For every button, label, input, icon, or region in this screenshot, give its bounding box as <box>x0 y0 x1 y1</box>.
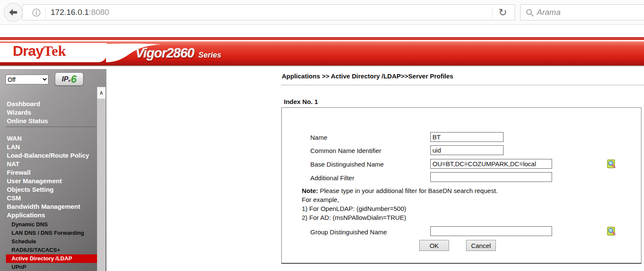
additional-filter-label: Additional Filter <box>310 174 354 182</box>
url-text[interactable]: 172.16.0.1:8080 <box>51 8 109 17</box>
sidebar-item-firewall[interactable]: Firewall <box>7 168 94 177</box>
sidebar-item-load-balance[interactable]: Load-Balance/Route Policy <box>7 151 94 160</box>
group-dn-browse-icon[interactable] <box>607 227 616 236</box>
browser-search-box[interactable] <box>520 4 644 20</box>
sidebar-item-objects-setting[interactable]: Objects Setting <box>7 185 94 194</box>
search-input[interactable] <box>537 6 639 19</box>
group-distinguished-name-label: Group Distinguished Name <box>310 228 387 236</box>
sidebar-item-nat[interactable]: NAT <box>7 160 94 168</box>
name-input[interactable] <box>430 132 504 142</box>
sidebar-item-upnp[interactable]: UPnP <box>6 263 97 271</box>
url-host: 172.16.0.1 <box>51 8 89 17</box>
ldap-profile-form: Name Common Name Identifier Base Disting… <box>281 107 641 264</box>
note-line2: For example, <box>302 195 498 204</box>
name-label: Name <box>310 134 327 141</box>
sidebar-item-wizards[interactable]: Wizards <box>7 108 94 117</box>
sidebar-item-applications[interactable]: Applications <box>7 211 94 219</box>
search-icon <box>526 9 534 17</box>
note-prefix: Note: <box>302 187 318 194</box>
model-series: Series <box>198 51 221 59</box>
note-block: Note: Please type in your additional fil… <box>302 186 498 222</box>
reload-icon[interactable]: ↻ <box>495 6 510 19</box>
sidebar-item-csm[interactable]: CSM <box>7 194 94 202</box>
base-distinguished-name-label: Base Distinguished Name <box>310 161 384 168</box>
sidebar-item-lan-dns[interactable]: LAN DNS / DNS Forwarding <box>6 229 97 237</box>
address-bar[interactable]: 172.16.0.1:8080 ↻ <box>22 4 515 20</box>
sidebar-scrollbar[interactable]: ∧ <box>97 87 106 271</box>
back-arrow-icon <box>8 7 18 17</box>
sidebar-item-active-directory-ldap[interactable]: Active Directory /LDAP <box>6 254 97 263</box>
breadcrumb: Applications >> Active Directory /LDAP>>… <box>282 72 453 80</box>
banner-underline <box>0 66 644 66</box>
browser-toolbar: 172.16.0.1:8080 ↻ <box>0 0 644 25</box>
banner-top-stripe <box>0 37 644 40</box>
mode-select[interactable]: Off <box>6 75 49 84</box>
sidebar-main-menu: WAN LAN Load-Balance/Route Policy NAT Fi… <box>7 134 94 219</box>
base-dn-browse-icon[interactable] <box>607 159 616 169</box>
sidebar-item-wan[interactable]: WAN <box>7 134 94 143</box>
ipv6-label-v: v <box>68 78 70 83</box>
reload-divider <box>492 7 492 18</box>
ipv6-label-ip: IP <box>62 75 68 83</box>
url-port: :8080 <box>89 8 109 17</box>
sidebar-item-bandwidth-management[interactable]: Bandwidth Management <box>7 202 94 211</box>
model-title: Vigor2860Series <box>135 46 221 61</box>
note-line3: 1) For OpenLDAP: (gidNumber=500) <box>302 204 498 213</box>
ipv6-button[interactable]: IPv6 <box>55 72 83 86</box>
group-distinguished-name-input[interactable] <box>430 226 552 236</box>
sidebar-item-radius-tacacs[interactable]: RADIUS/TACACS+ <box>6 246 97 254</box>
info-icon[interactable] <box>32 8 41 17</box>
sidebar-divider <box>6 127 95 127</box>
main-content: Applications >> Active Directory /LDAP>>… <box>106 69 644 271</box>
ok-button[interactable]: OK <box>419 240 449 251</box>
index-title: Index No. 1 <box>284 98 318 105</box>
model-name: Vigor2860 <box>135 46 194 61</box>
logo-tek: Tek <box>43 43 66 59</box>
cancel-button[interactable]: Cancel <box>466 240 496 251</box>
brand-banner: DrayTek Vigor2860Series <box>0 41 644 66</box>
base-distinguished-name-input[interactable] <box>430 159 552 169</box>
common-name-identifier-label: Common Name Identifier <box>310 147 381 154</box>
sidebar-item-user-management[interactable]: User Management <box>7 177 94 185</box>
draytek-logo[interactable]: DrayTek <box>13 43 66 59</box>
sidebar: Off IPv6 Dashboard Wizards Online Status… <box>0 69 106 271</box>
applications-submenu: Dynamic DNS LAN DNS / DNS Forwarding Sch… <box>6 220 97 271</box>
breadcrumb-rule <box>281 85 644 85</box>
note-line4: 2) For AD: (msNPAllowDialin=TRUE) <box>302 213 498 222</box>
back-button[interactable] <box>4 3 23 22</box>
sidebar-item-lan[interactable]: LAN <box>7 143 94 151</box>
note-line1: Please type in your additional filter fo… <box>318 187 498 194</box>
sidebar-item-online-status[interactable]: Online Status <box>7 117 94 125</box>
scrollbar-up-icon[interactable]: ∧ <box>97 87 106 99</box>
logo-dray: Dray <box>13 43 43 59</box>
sidebar-top-menu: Dashboard Wizards Online Status <box>7 100 94 125</box>
additional-filter-input[interactable] <box>430 172 552 182</box>
sidebar-item-dashboard[interactable]: Dashboard <box>7 100 94 108</box>
ipv6-label-6: 6 <box>71 73 76 85</box>
sidebar-item-schedule[interactable]: Schedule <box>6 237 97 246</box>
address-bar-divider <box>46 7 46 18</box>
sidebar-item-dynamic-dns[interactable]: Dynamic DNS <box>6 220 97 229</box>
common-name-identifier-input[interactable] <box>430 145 504 155</box>
